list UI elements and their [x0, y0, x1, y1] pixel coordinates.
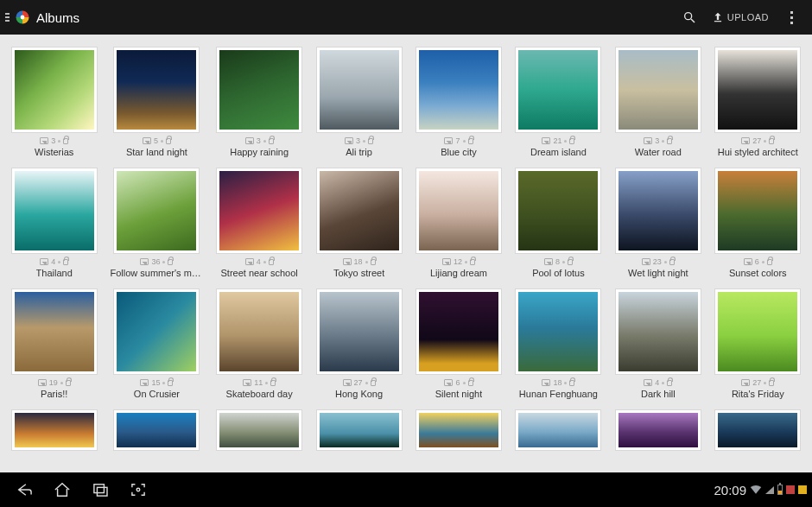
- album-item[interactable]: 18Hunan Fenghuang: [515, 288, 602, 399]
- album-title: Dream island: [530, 147, 587, 157]
- album-title: Lijiang dream: [430, 268, 487, 278]
- album-thumbnail: [714, 47, 801, 133]
- back-button[interactable]: [5, 472, 43, 507]
- album-item[interactable]: 4Dark hill: [614, 288, 701, 399]
- album-item[interactable]: 3Ali trip: [315, 47, 403, 157]
- album-thumbnail: [113, 409, 200, 451]
- lock-icon: [470, 259, 475, 265]
- album-thumbnail: [515, 168, 601, 254]
- album-title: Hong Kong: [335, 389, 383, 399]
- album-count: 3: [356, 136, 360, 145]
- album-meta: 4: [40, 257, 68, 266]
- album-title: Paris!!: [41, 389, 67, 399]
- photos-icon: [243, 379, 251, 386]
- album-item[interactable]: 3Water road: [614, 47, 701, 157]
- album-thumbnail: [216, 409, 302, 451]
- upload-icon: [712, 11, 724, 23]
- album-item[interactable]: 0: [215, 409, 302, 451]
- album-count: 4: [257, 257, 261, 266]
- upload-button[interactable]: UPLOAD: [705, 0, 776, 35]
- album-count: 27: [752, 136, 761, 145]
- battery-icon: [777, 485, 783, 495]
- overflow-menu-button[interactable]: [776, 0, 807, 35]
- album-meta: 18: [542, 378, 574, 387]
- album-meta: 11: [243, 378, 276, 387]
- album-meta: 18: [343, 257, 376, 266]
- album-item[interactable]: 11Skateboard day: [215, 288, 302, 399]
- svg-line-3: [691, 19, 695, 22]
- photos-icon: [38, 379, 47, 386]
- album-thumbnail: [11, 288, 98, 375]
- albums-content[interactable]: 3Wisterias5Star land night3Happy raining…: [0, 35, 812, 472]
- album-title: Wet light night: [628, 268, 688, 278]
- app-icon[interactable]: [14, 9, 31, 26]
- album-item[interactable]: 27Rita's Friday: [714, 288, 802, 399]
- album-item[interactable]: 8Pool of lotus: [515, 168, 602, 278]
- screenshot-button[interactable]: [119, 472, 157, 507]
- album-item[interactable]: 6Silent night: [415, 288, 502, 399]
- album-item[interactable]: 7Blue city: [415, 47, 502, 157]
- album-meta: 21: [542, 136, 574, 145]
- album-meta: 12: [442, 257, 475, 266]
- lock-icon: [667, 138, 672, 144]
- album-item[interactable]: 0: [714, 409, 802, 451]
- album-item[interactable]: 4Thailand: [10, 168, 98, 278]
- album-item[interactable]: 36Follow summer's mel…: [110, 168, 203, 278]
- album-count: 6: [455, 378, 460, 387]
- album-count: 18: [553, 378, 561, 387]
- album-item[interactable]: 19Paris!!: [10, 288, 98, 399]
- album-item[interactable]: 4Street near school: [215, 168, 302, 278]
- album-title: Star land night: [126, 147, 187, 157]
- album-item[interactable]: 6Sunset colors: [714, 168, 802, 278]
- album-item[interactable]: 15On Crusier: [110, 288, 203, 399]
- album-count: 12: [454, 257, 462, 266]
- album-item[interactable]: 12Lijiang dream: [415, 168, 502, 278]
- album-meta: 3: [644, 136, 672, 145]
- photos-icon: [343, 258, 352, 265]
- album-meta: 4: [644, 378, 672, 387]
- recent-apps-button[interactable]: [81, 472, 119, 507]
- photos-icon: [741, 137, 750, 144]
- album-item[interactable]: 3Happy raining: [215, 47, 302, 157]
- album-item[interactable]: 0: [614, 409, 701, 451]
- album-count: 4: [655, 378, 659, 387]
- album-title: Pool of lotus: [532, 268, 585, 278]
- overflow-icon: [790, 11, 793, 24]
- album-count: 3: [655, 136, 659, 145]
- lock-icon: [468, 380, 473, 386]
- album-item[interactable]: 21Dream island: [515, 47, 602, 157]
- album-item[interactable]: 3Wisterias: [10, 47, 98, 157]
- album-count: 3: [257, 136, 261, 145]
- album-title: Blue city: [441, 147, 477, 157]
- album-count: 11: [254, 378, 263, 387]
- album-title: Sunset colors: [729, 268, 787, 278]
- photos-icon: [140, 379, 149, 386]
- album-count: 27: [752, 378, 761, 387]
- album-item[interactable]: 0: [515, 409, 602, 451]
- album-item[interactable]: 0: [110, 409, 203, 451]
- album-title: Follow summer's mel…: [110, 268, 203, 278]
- album-count: 5: [154, 136, 158, 145]
- home-button[interactable]: [43, 472, 81, 507]
- lock-icon: [371, 380, 376, 386]
- album-item[interactable]: 0: [315, 409, 403, 451]
- album-thumbnail: [515, 47, 601, 133]
- album-item[interactable]: 27Hong Kong: [315, 288, 403, 399]
- drawer-hint-icon[interactable]: [5, 13, 12, 22]
- lock-icon: [166, 138, 171, 144]
- album-item[interactable]: 27Hui styled architect: [714, 47, 802, 157]
- lock-icon: [769, 138, 774, 144]
- lock-icon: [270, 380, 276, 386]
- lock-icon: [63, 138, 68, 144]
- album-item[interactable]: 0: [415, 409, 502, 451]
- album-item[interactable]: 18Tokyo street: [315, 168, 403, 278]
- album-item[interactable]: 5Star land night: [110, 47, 203, 157]
- photos-icon: [644, 379, 652, 386]
- album-thumbnail: [416, 47, 502, 133]
- album-item[interactable]: 23Wet light night: [614, 168, 701, 278]
- album-title: Thailand: [36, 268, 73, 278]
- album-count: 6: [755, 257, 759, 266]
- album-item[interactable]: 0: [10, 409, 98, 451]
- album-thumbnail: [416, 288, 502, 375]
- search-button[interactable]: [674, 0, 705, 35]
